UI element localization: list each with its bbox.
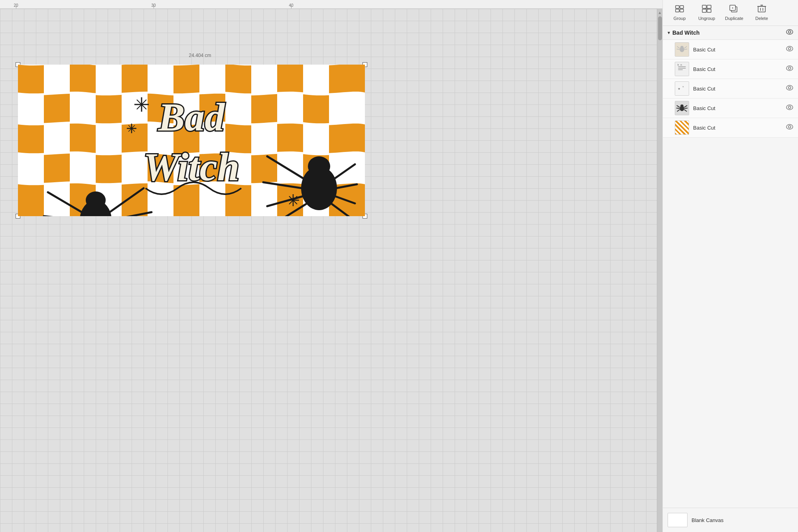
dimension-label: 24.404 cm <box>189 53 211 58</box>
svg-point-94 <box>786 85 793 90</box>
delete-button[interactable]: Delete <box>750 3 774 22</box>
group-header[interactable]: ▾ Bad Witch <box>663 26 798 40</box>
layer-thumbnail-5 <box>675 120 689 135</box>
svg-rect-54 <box>676 6 679 8</box>
duplicate-label: Duplicate <box>725 16 743 21</box>
svg-rect-60 <box>702 9 706 12</box>
svg-point-106 <box>788 106 791 108</box>
svg-point-89 <box>786 66 793 71</box>
design-image: Bad Witch <box>18 65 365 216</box>
svg-line-100 <box>676 108 680 108</box>
layer-name-5: Basic Cut <box>693 125 782 131</box>
group-name: Bad Witch <box>672 30 784 36</box>
layer-visibility-icon-4[interactable] <box>786 104 793 112</box>
layer-name-1: Basic Cut <box>693 47 782 53</box>
panel-bottom: Blank Canvas <box>663 508 798 532</box>
svg-point-105 <box>786 105 793 110</box>
group-visibility-icon[interactable] <box>786 29 793 36</box>
layer-thumbnail-3: ✦ ✦ <box>675 81 689 96</box>
svg-point-29 <box>308 156 330 176</box>
svg-rect-59 <box>707 5 711 8</box>
svg-point-82 <box>788 47 791 50</box>
svg-point-107 <box>786 124 793 129</box>
scrollbar-thumb[interactable] <box>658 16 662 40</box>
group-button[interactable]: Group <box>668 3 692 22</box>
duplicate-icon <box>729 5 739 15</box>
delete-icon <box>757 5 766 15</box>
chevron-down-icon: ▾ <box>668 30 670 35</box>
svg-text:✦: ✦ <box>682 85 684 88</box>
layer-visibility-icon-3[interactable] <box>786 85 793 92</box>
layer-item-4[interactable]: Basic Cut <box>663 99 798 118</box>
svg-rect-58 <box>702 5 706 8</box>
ungroup-icon <box>702 5 711 15</box>
layer-thumbnail-2: h n <box>675 62 689 76</box>
svg-text:✦: ✦ <box>678 87 681 91</box>
svg-point-76 <box>680 46 684 49</box>
svg-point-72 <box>786 30 793 34</box>
svg-point-98 <box>680 104 684 107</box>
layer-visibility-icon-2[interactable] <box>786 65 793 73</box>
svg-rect-57 <box>680 9 684 12</box>
svg-rect-55 <box>680 6 684 8</box>
right-panel: Group Ungroup <box>662 0 798 532</box>
canvas-workspace[interactable]: 24.404 cm <box>0 9 657 532</box>
layer-item-2[interactable]: h n Basic Cut <box>663 59 798 79</box>
scroll-up-arrow[interactable]: ▲ <box>658 10 662 15</box>
svg-point-108 <box>788 126 791 128</box>
layer-name-3: Basic Cut <box>693 86 782 92</box>
layer-name-4: Basic Cut <box>693 105 782 111</box>
svg-line-78 <box>677 49 680 49</box>
svg-point-90 <box>788 67 791 69</box>
layer-name-2: Basic Cut <box>693 66 782 72</box>
svg-line-80 <box>684 49 688 49</box>
svg-rect-61 <box>707 9 711 12</box>
svg-text:Bad: Bad <box>158 95 226 139</box>
svg-point-81 <box>786 46 793 51</box>
layer-thumbnail-1 <box>675 42 689 57</box>
panel-toolbar: Group Ungroup <box>663 0 798 26</box>
layer-item-5[interactable]: Basic Cut <box>663 118 798 138</box>
canvas-scrollbar[interactable]: ▲ <box>657 9 662 532</box>
layer-visibility-icon-1[interactable] <box>786 46 793 53</box>
ruler-top: 20 30 40 <box>0 0 662 9</box>
blank-canvas-label: Blank Canvas <box>692 517 723 523</box>
svg-point-95 <box>788 87 791 89</box>
svg-line-103 <box>684 108 688 108</box>
layer-item-1[interactable]: Basic Cut <box>663 40 798 59</box>
group-label: Group <box>674 16 686 21</box>
layer-item-3[interactable]: ✦ ✦ Basic Cut <box>663 79 798 99</box>
blank-canvas-thumbnail <box>668 513 688 527</box>
layers-panel[interactable]: ▾ Bad Witch <box>663 26 798 508</box>
svg-point-73 <box>788 31 791 33</box>
delete-label: Delete <box>755 16 768 21</box>
ungroup-label: Ungroup <box>698 16 715 21</box>
svg-rect-67 <box>758 6 765 12</box>
group-icon <box>675 5 684 15</box>
svg-point-19 <box>86 191 106 209</box>
layer-visibility-icon-5[interactable] <box>786 124 793 131</box>
duplicate-button[interactable]: Duplicate <box>722 3 747 22</box>
svg-text:h: h <box>678 63 679 66</box>
ungroup-button[interactable]: Ungroup <box>695 3 719 22</box>
svg-rect-56 <box>676 9 679 12</box>
layer-thumbnail-4 <box>675 101 689 115</box>
design-container[interactable]: Bad Witch <box>18 65 365 216</box>
svg-text:n: n <box>680 63 682 66</box>
